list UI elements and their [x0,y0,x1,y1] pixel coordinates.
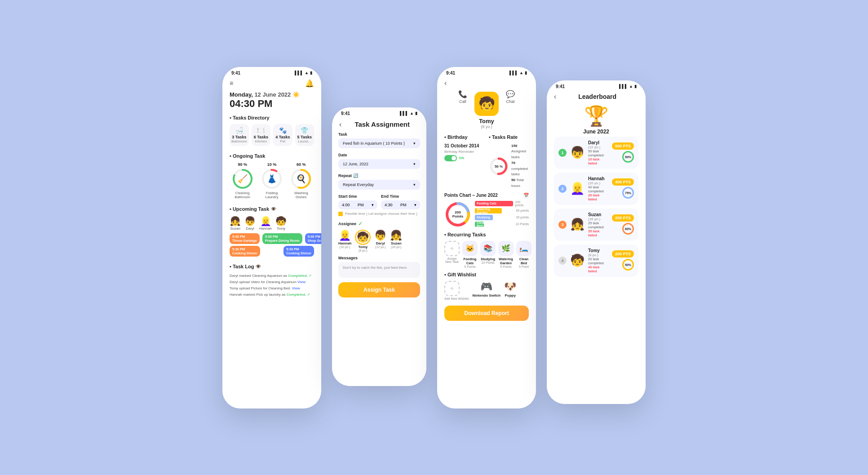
end-time-select[interactable]: 4:30 PM ▾ [381,200,420,209]
chat-icon: 💬 [506,90,515,98]
tasklog-title: Task Log 👁️ [230,264,314,270]
ongoing-items-list: 90 % 🧹 CleaningBathroom 10 % [230,162,314,199]
lb-right-tomy: 200 PTS 50% [612,250,634,271]
rec-watering: 🌿 Watering Garden 5 Points [498,241,514,268]
repeat-select[interactable]: Repeat Everyday ▾ [338,180,420,190]
feeding-cats-icon: 🐱 [462,241,478,256]
status-bar-2: 9:41 ▌▌▌ ▲ ▮ [332,107,426,118]
gift-wishlist-section: Gift Wishlist + Add New Wishlist 🎮 Ninte… [444,272,529,300]
battery-icon-2: ▮ [415,111,417,115]
lb-info-daryl: Daryl (12 yo.) 50 task completed 10 task… [588,140,608,165]
birthday-title: Birthday [444,134,484,140]
back-button-2[interactable]: ‹ [339,120,341,129]
lb-fail-tomy: 40 task failed [588,265,608,273]
studying-pts: 30 points [516,216,529,219]
assign-task-button[interactable]: Assign Task [338,282,420,297]
phone-home: 9:41 ▌▌▌ ▲ ▮ ≡ 🔔 Monday, 12 June 2022 ☀️… [222,67,321,408]
add-new-task[interactable]: + Assign New Task [444,241,460,263]
end-time-label: End Time [381,194,420,199]
lb-right-suzan: 250 PTS 60% [612,214,634,235]
upcoming-people-list: 👧 Suzan 👦 Daryl 👱‍♀️ Hannah 🧒 Tomy [230,216,314,231]
add-wishlist[interactable]: + Add New Wishlist [444,281,469,300]
phones-container: 9:41 ▌▌▌ ▲ ▮ ≡ 🔔 Monday, 12 June 2022 ☀️… [222,67,646,408]
task-pill-groceries: 5:00 PMShop Groceries Online [305,233,321,244]
lb-rank-1: 1 [558,149,567,157]
lb-pct-tomy: 50% [622,259,634,271]
lb-avatar-hannah: 👱‍♀️ [570,182,585,195]
task-row-1: 5:00 PMThrow Garbage 5:00 PMPrepare Dini… [230,233,314,244]
assignee-suzan[interactable]: 👧 Suzan (16 yo.) [390,230,402,252]
trophy-area: 🏆 June 2022 [547,102,646,137]
lb-avatar-daryl: 👦 [570,146,585,160]
tomy-face-wrap: 🧒 [355,230,371,245]
p2-header: ‹ Task Assignment [332,118,426,132]
date-select[interactable]: 12 June, 2022 ▾ [338,159,420,169]
assignee-section: Assignee ✓ 👱‍♀️ Hannah (10 yo.) 🧒 [338,221,420,252]
assignee-hannah[interactable]: 👱‍♀️ Hannah (10 yo.) [338,230,351,252]
ongoing-pct-3: 60 % [290,162,312,167]
chevron-end: ▾ [414,203,416,207]
kitchen-label: Kitchen [253,139,269,143]
calendar-icon: 📅 [523,193,529,198]
rate-pct: 50 % [495,164,503,168]
log-item-1: Daryl marked Cleaning Aquarium as Comple… [230,273,314,278]
task-pill-garbage: 5:00 PMThrow Garbage [230,233,260,244]
status-icons-1: ▌▌▌ ▲ ▮ [295,71,312,75]
recurring-tasks-section: Recurring Tasks + Assign New Task 🐱 Feed… [444,232,529,268]
task-select[interactable]: Feed fish in Aquarium ( 10 Points ) ▾ [338,138,420,148]
status-icons-3: ▌▌▌ ▲ ▮ [509,71,527,75]
lb-pts-daryl: 500 PTS [612,142,634,150]
action-call[interactable]: 📞 Call [458,90,467,132]
person-daryl: 👦 Daryl [244,216,256,231]
chart-legend: Feeding Cats 100 points Watering Garden … [475,200,529,228]
download-report-button[interactable]: Download Report [444,306,529,321]
log-item-2: Daryl upload Video for Cleaning Aquarium… [230,280,314,284]
ongoing-label-2: FoldingLaundry [261,191,283,199]
task-bathroom[interactable]: 🛁 3 Tasks Bathroom [230,124,249,146]
birthday-toggle[interactable] [444,155,457,161]
status-time-1: 9:41 [231,71,240,75]
signal-icon-4: ▌▌▌ [619,84,628,89]
upcoming-tasks-section: Upcoming Task 👁️ 👧 Suzan 👦 Daryl 👱‍♀️ Ha… [222,203,321,260]
start-time-select[interactable]: 4:00 PM ▾ [338,200,377,209]
lb-tasks-hannah: 40 task completed [588,185,608,193]
menu-icon[interactable]: ≡ [230,80,233,87]
progress-ring-2: 👗 [261,168,283,190]
day-prefix: Monday, [230,91,254,98]
hannah-assignee-age: (10 yo.) [338,245,351,249]
end-period-value: PM [400,203,407,207]
birthday-box: Birthday 31 October 2014 Birthday Remind… [444,134,484,189]
lb-fail-suzan: 35 task failed [588,229,608,237]
bell-icon[interactable]: 🔔 [305,79,314,88]
status-time-2: 9:41 [341,111,350,116]
task-kitchen[interactable]: 🍽️ 6 Tasks Kitchen [252,124,270,146]
hannah-avatar: 👱‍♀️ [259,216,272,226]
chevron-down-icon-repeat: ▾ [413,182,416,187]
lb-info-tomy: Tomy (8 yo.) 20 task completed 40 task f… [588,248,608,273]
assignee-daryl[interactable]: 👦 Daryl (12 yo.) [374,230,386,252]
flex-checkbox[interactable] [338,212,343,216]
tomy-assignee-name: Tomy [355,245,371,249]
kitchen-icon: 🍽️ [253,127,269,134]
lb-item-3: 3 👧 Suzan (16 yo.) 25 task completed 35 … [554,209,638,241]
lb-fail-daryl: 10 task failed [588,157,608,165]
task-log-section: Task Log 👁️ Daryl marked Cleaning Aquari… [222,260,321,302]
task-laundry[interactable]: 👕 5 Tasks Laund... [295,124,314,146]
message-input[interactable]: Don't try to catch the fish, just feed t… [338,262,420,278]
repeat-select-value: Repeat Everyday [343,182,374,187]
tasks-rate-title: Tasks Rate [489,134,529,140]
legend-cleanbed: Clean Bed 10 Points [475,222,529,227]
task-pet[interactable]: 🐾 4 Tasks Pet [273,124,292,146]
day-value: 12 June 2022 [254,91,291,98]
start-time-field: Start time 4:00 PM ▾ [338,194,377,209]
assignee-tomy[interactable]: 🧒 Tomy (8 yo.) [355,230,371,252]
back-button-3[interactable]: ‹ [444,79,447,87]
profile-name: Tomy [474,118,499,124]
rec-cleanbed: 🛏️ Clean Bed 5 Point [516,241,531,268]
progress-ring-1: 🧹 [231,168,254,190]
ongoing-emoji-2: 👗 [267,174,277,184]
assignee-section-label: Assignee ✓ [338,221,420,227]
action-chat[interactable]: 💬 Chat [506,90,515,132]
start-time-value: 4:00 [342,203,350,207]
lb-name-suzan: Suzan [588,212,608,217]
